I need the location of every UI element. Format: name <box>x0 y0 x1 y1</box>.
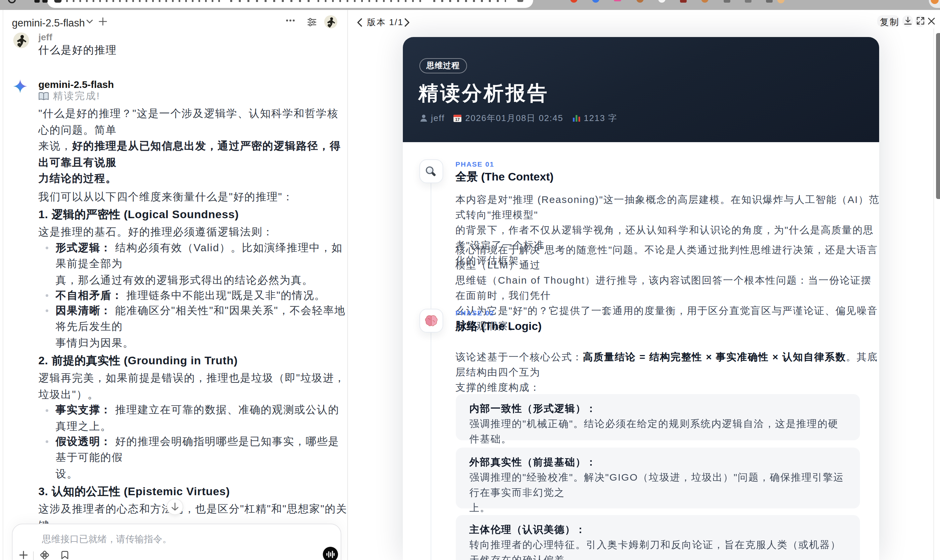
svg-text:17: 17 <box>455 117 460 122</box>
